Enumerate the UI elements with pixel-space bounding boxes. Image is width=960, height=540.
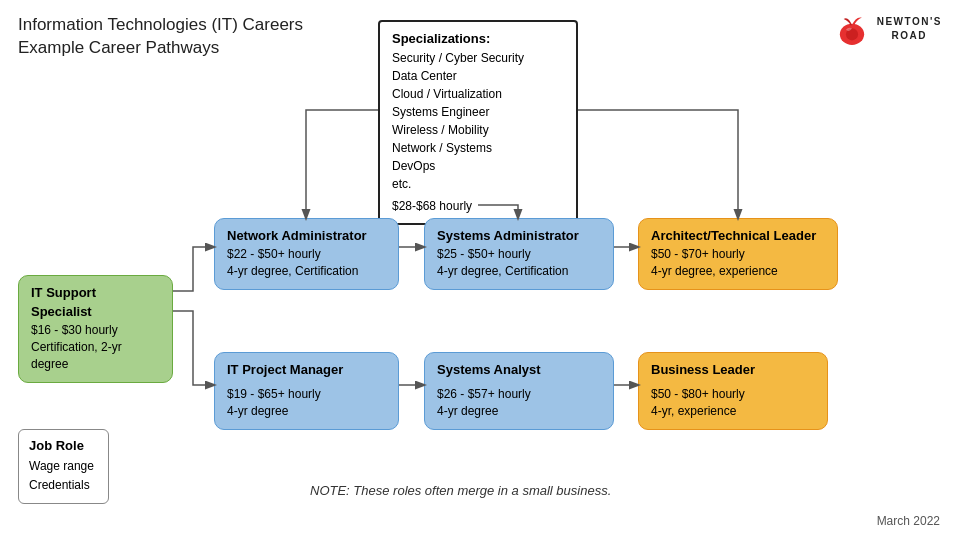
systems-admin-box: Systems Administrator $25 - $50+ hourly … <box>424 218 614 290</box>
architect-cred: 4-yr degree, experience <box>651 263 825 280</box>
business-leader-cred: 4-yr, experience <box>651 403 815 420</box>
systems-admin-title: Systems Administrator <box>437 227 601 246</box>
systems-analyst-wage: $26 - $57+ hourly <box>437 386 601 403</box>
logo-text: NEWTON'S ROAD <box>877 15 942 43</box>
spec-title: Specializations: <box>392 30 564 49</box>
legend-cred: Credentials <box>29 476 94 495</box>
logo-icon <box>833 10 871 48</box>
systems-analyst-title: Systems Analyst <box>437 361 601 380</box>
systems-admin-wage: $25 - $50+ hourly <box>437 246 601 263</box>
network-admin-box: Network Administrator $22 - $50+ hourly … <box>214 218 399 290</box>
architect-box: Architect/Technical Leader $50 - $70+ ho… <box>638 218 838 290</box>
page-title: Information Technologies (IT) Careers Ex… <box>18 14 303 60</box>
it-pm-cred: 4-yr degree <box>227 403 386 420</box>
note-text: NOTE: These roles often merge in a small… <box>310 483 611 498</box>
it-support-cred: Certification, 2-yr degree <box>31 339 160 374</box>
logo: NEWTON'S ROAD <box>833 10 942 48</box>
it-support-title: IT Support Specialist <box>31 284 160 322</box>
it-pm-wage: $19 - $65+ hourly <box>227 386 386 403</box>
legend-wage: Wage range <box>29 457 94 476</box>
systems-admin-cred: 4-yr degree, Certification <box>437 263 601 280</box>
specializations-box: Specializations: Security / Cyber Securi… <box>378 20 578 225</box>
business-leader-box: Business Leader $50 - $80+ hourly 4-yr, … <box>638 352 828 430</box>
systems-analyst-cred: 4-yr degree <box>437 403 601 420</box>
architect-title: Architect/Technical Leader <box>651 227 825 246</box>
network-admin-title: Network Administrator <box>227 227 386 246</box>
it-pm-title: IT Project Manager <box>227 361 386 380</box>
business-leader-title: Business Leader <box>651 361 815 380</box>
business-leader-wage: $50 - $80+ hourly <box>651 386 815 403</box>
it-pm-box: IT Project Manager $19 - $65+ hourly 4-y… <box>214 352 399 430</box>
it-support-box: IT Support Specialist $16 - $30 hourly C… <box>18 275 173 383</box>
systems-analyst-box: Systems Analyst $26 - $57+ hourly 4-yr d… <box>424 352 614 430</box>
legend: Job Role Wage range Credentials <box>18 429 109 504</box>
architect-wage: $50 - $70+ hourly <box>651 246 825 263</box>
network-admin-wage: $22 - $50+ hourly <box>227 246 386 263</box>
spec-items: Security / Cyber Security Data Center Cl… <box>392 49 564 215</box>
legend-title: Job Role <box>29 436 94 457</box>
network-admin-cred: 4-yr degree, Certification <box>227 263 386 280</box>
date-label: March 2022 <box>877 514 940 528</box>
it-support-wage: $16 - $30 hourly <box>31 322 160 339</box>
